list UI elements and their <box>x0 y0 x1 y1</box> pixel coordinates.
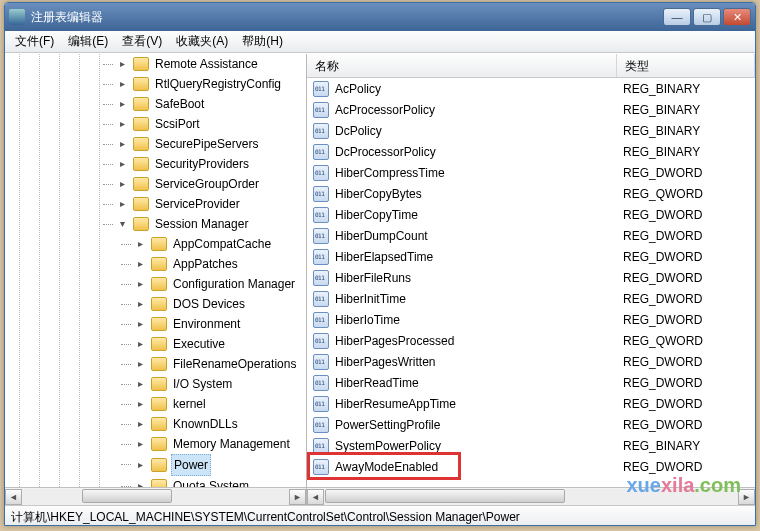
chevron-down-icon[interactable]: ▾ <box>117 219 127 229</box>
tree-node[interactable]: ▸Remote Assistance <box>117 54 306 74</box>
menu-help[interactable]: 帮助(H) <box>236 31 289 52</box>
value-row[interactable]: HiberResumeAppTimeREG_DWORD <box>307 393 755 414</box>
tree-node[interactable]: ▸AppCompatCache <box>135 234 306 254</box>
value-row[interactable]: HiberPagesWrittenREG_DWORD <box>307 351 755 372</box>
tree-node[interactable]: ▸Configuration Manager <box>135 274 306 294</box>
value-row[interactable]: SystemPowerPolicyREG_BINARY <box>307 435 755 456</box>
tree-node[interactable]: ▸SecurePipeServers <box>117 134 306 154</box>
menu-fav[interactable]: 收藏夹(A) <box>170 31 234 52</box>
tree-pane: ▸Remote Assistance▸RtlQueryRegistryConfi… <box>5 54 307 505</box>
tree-label: RtlQueryRegistryConfig <box>153 74 283 94</box>
chevron-right-icon[interactable]: ▸ <box>117 179 127 189</box>
tree-node[interactable]: ▸ServiceGroupOrder <box>117 174 306 194</box>
value-row[interactable]: HiberElapsedTimeREG_DWORD <box>307 246 755 267</box>
chevron-right-icon[interactable]: ▸ <box>135 259 145 269</box>
chevron-right-icon[interactable]: ▸ <box>117 139 127 149</box>
tree-node[interactable]: ▸SafeBoot <box>117 94 306 114</box>
value-row[interactable]: AcProcessorPolicyREG_BINARY <box>307 99 755 120</box>
menu-view[interactable]: 查看(V) <box>116 31 168 52</box>
folder-icon <box>151 297 167 311</box>
tree-node[interactable]: ▸Executive <box>135 334 306 354</box>
col-name[interactable]: 名称 <box>307 54 617 77</box>
scroll-right-icon[interactable]: ► <box>289 489 306 505</box>
menu-edit[interactable]: 编辑(E) <box>62 31 114 52</box>
chevron-right-icon[interactable]: ▸ <box>135 399 145 409</box>
menu-file[interactable]: 文件(F) <box>9 31 60 52</box>
chevron-right-icon[interactable]: ▸ <box>135 299 145 309</box>
chevron-right-icon[interactable]: ▸ <box>117 199 127 209</box>
folder-icon <box>133 177 149 191</box>
scroll-thumb[interactable] <box>82 489 172 503</box>
value-name: HiberInitTime <box>335 292 623 306</box>
chevron-right-icon[interactable]: ▸ <box>135 319 145 329</box>
value-type: REG_DWORD <box>623 166 755 180</box>
tree-node[interactable]: ▸ServiceProvider <box>117 194 306 214</box>
chevron-right-icon[interactable]: ▸ <box>117 159 127 169</box>
chevron-right-icon[interactable]: ▸ <box>135 460 145 470</box>
tree-node[interactable]: ▸SecurityProviders <box>117 154 306 174</box>
chevron-right-icon[interactable]: ▸ <box>135 379 145 389</box>
value-row[interactable]: HiberCopyTimeREG_DWORD <box>307 204 755 225</box>
tree-node[interactable]: ▸I/O System <box>135 374 306 394</box>
value-name: HiberFileRuns <box>335 271 623 285</box>
chevron-right-icon[interactable]: ▸ <box>117 79 127 89</box>
chevron-right-icon[interactable]: ▸ <box>117 59 127 69</box>
menubar: 文件(F) 编辑(E) 查看(V) 收藏夹(A) 帮助(H) <box>5 31 755 53</box>
scroll-left-icon[interactable]: ◄ <box>5 489 22 505</box>
folder-icon <box>151 257 167 271</box>
tree-node[interactable]: ▸FileRenameOperations <box>135 354 306 374</box>
chevron-right-icon[interactable]: ▸ <box>135 279 145 289</box>
titlebar[interactable]: 注册表编辑器 — ▢ ✕ <box>5 3 755 31</box>
value-row[interactable]: PowerSettingProfileREG_DWORD <box>307 414 755 435</box>
folder-icon <box>151 458 167 472</box>
chevron-right-icon[interactable]: ▸ <box>135 239 145 249</box>
value-row[interactable]: DcProcessorPolicyREG_BINARY <box>307 141 755 162</box>
scroll-thumb[interactable] <box>325 489 565 503</box>
tree-node[interactable]: ▸Environment <box>135 314 306 334</box>
tree-node[interactable]: ▾Session Manager▸AppCompatCache▸AppPatch… <box>117 214 306 487</box>
tree-node[interactable]: ▸Memory Management <box>135 434 306 454</box>
chevron-right-icon[interactable]: ▸ <box>135 481 145 487</box>
minimize-button[interactable]: — <box>663 8 691 26</box>
close-button[interactable]: ✕ <box>723 8 751 26</box>
value-row[interactable]: AcPolicyREG_BINARY <box>307 78 755 99</box>
maximize-button[interactable]: ▢ <box>693 8 721 26</box>
value-row[interactable]: HiberIoTimeREG_DWORD <box>307 309 755 330</box>
tree-node[interactable]: ▸DOS Devices <box>135 294 306 314</box>
tree-body[interactable]: ▸Remote Assistance▸RtlQueryRegistryConfi… <box>5 54 306 487</box>
value-name: AwayModeEnabled <box>335 460 623 474</box>
tree-node[interactable]: ▸Quota System <box>135 476 306 487</box>
value-row[interactable]: HiberFileRunsREG_DWORD <box>307 267 755 288</box>
value-type: REG_BINARY <box>623 103 755 117</box>
value-row[interactable]: HiberPagesProcessedREG_QWORD <box>307 330 755 351</box>
chevron-right-icon[interactable]: ▸ <box>135 339 145 349</box>
tree-node[interactable]: ▸kernel <box>135 394 306 414</box>
scroll-left-icon[interactable]: ◄ <box>307 489 324 505</box>
tree-node[interactable]: ▸AppPatches <box>135 254 306 274</box>
folder-icon <box>133 117 149 131</box>
tree-node[interactable]: ▸Power <box>135 454 306 476</box>
value-row[interactable]: HiberDumpCountREG_DWORD <box>307 225 755 246</box>
value-row[interactable]: HiberReadTimeREG_DWORD <box>307 372 755 393</box>
chevron-right-icon[interactable]: ▸ <box>135 419 145 429</box>
chevron-right-icon[interactable]: ▸ <box>135 439 145 449</box>
list-body[interactable]: AcPolicyREG_BINARYAcProcessorPolicyREG_B… <box>307 78 755 487</box>
tree-node[interactable]: ▸RtlQueryRegistryConfig <box>117 74 306 94</box>
value-row[interactable]: HiberCopyBytesREG_QWORD <box>307 183 755 204</box>
value-row[interactable]: DcPolicyREG_BINARY <box>307 120 755 141</box>
value-row[interactable]: AwayModeEnabledREG_DWORD <box>307 456 755 477</box>
tree-node[interactable]: ▸ScsiPort <box>117 114 306 134</box>
scroll-right-icon[interactable]: ► <box>738 489 755 505</box>
value-row[interactable]: HiberInitTimeREG_DWORD <box>307 288 755 309</box>
tree-node[interactable]: ▸KnownDLLs <box>135 414 306 434</box>
tree-label: SecurityProviders <box>153 154 251 174</box>
tree-label: FileRenameOperations <box>171 354 298 374</box>
chevron-right-icon[interactable]: ▸ <box>117 119 127 129</box>
regedit-window: 注册表编辑器 — ▢ ✕ 文件(F) 编辑(E) 查看(V) 收藏夹(A) 帮助… <box>4 2 756 526</box>
col-type[interactable]: 类型 <box>617 54 755 77</box>
tree-hscroll[interactable]: ◄ ► <box>5 487 306 505</box>
value-row[interactable]: HiberCompressTimeREG_DWORD <box>307 162 755 183</box>
chevron-right-icon[interactable]: ▸ <box>135 359 145 369</box>
chevron-right-icon[interactable]: ▸ <box>117 99 127 109</box>
list-hscroll[interactable]: ◄ ► <box>307 487 755 505</box>
